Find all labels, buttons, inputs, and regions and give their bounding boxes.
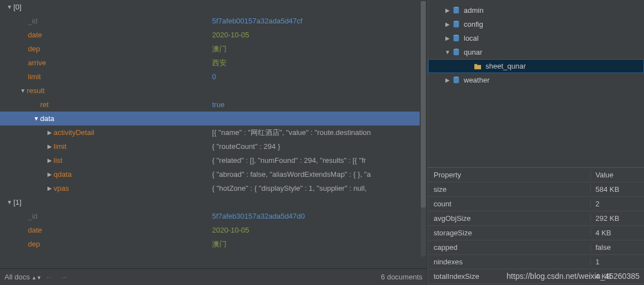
chevron-right-icon[interactable]: ▶	[46, 167, 54, 181]
property-value: false	[590, 243, 644, 252]
tree-key: qdata	[54, 167, 72, 181]
folder-icon	[473, 62, 482, 71]
chevron-down-icon[interactable]: ▼	[32, 112, 40, 125]
property-value: 292 KB	[590, 214, 644, 223]
chevron-right-icon[interactable]: ▶	[46, 153, 54, 167]
right-panel: ▶admin▶config▶local▼qunarsheet_qunar▶wea…	[427, 0, 644, 285]
tree-key: arrive	[28, 56, 46, 70]
db-node[interactable]: ▶config	[428, 17, 644, 31]
tree-value: 2020-10-05	[212, 28, 427, 42]
property-row[interactable]: count2	[428, 197, 644, 211]
tree-key: list	[54, 153, 63, 167]
tree-key: _id	[28, 14, 37, 28]
db-node[interactable]: ▶weather	[428, 73, 644, 87]
tree-row[interactable]: dep澳门	[0, 237, 427, 251]
chevron-down-icon[interactable]: ▼	[19, 84, 27, 98]
document-tree[interactable]: ▼ [0] _id5f7afeb00157a32ada5d47cfdate202…	[0, 0, 427, 268]
property-row[interactable]: totalIndexSize4 KB	[428, 269, 644, 284]
tree-key: date	[28, 223, 42, 237]
property-name: nindexes	[428, 258, 590, 266]
property-row[interactable]: cappedfalse	[428, 240, 644, 255]
tree-value: { "abroad" : false, "aliasWordExtendsMap…	[212, 167, 427, 181]
property-row[interactable]: storageSize4 KB	[428, 226, 644, 240]
tree-row-root[interactable]: ▼ [1]	[0, 195, 427, 209]
tree-row[interactable]: limit0	[0, 70, 427, 84]
db-node[interactable]: ▶local	[428, 31, 644, 45]
tree-value: true	[212, 98, 427, 112]
tree-key: limit	[28, 70, 41, 84]
chevron-right-icon[interactable]: ▶	[46, 181, 54, 195]
db-node[interactable]: ▶admin	[428, 3, 644, 17]
tree-value: 2020-10-05	[212, 223, 427, 237]
tree-row[interactable]: _id5f7afeb30157a32ada5d47d0	[0, 209, 427, 223]
scrollbar-thumb[interactable]	[421, 1, 426, 207]
chevron-right-icon[interactable]: ▶	[444, 77, 451, 83]
nav-prev-icon[interactable]: ←	[41, 272, 56, 282]
tree-value: 0	[212, 70, 427, 84]
tree-label: weather	[464, 76, 489, 84]
tree-key: ret	[40, 98, 49, 112]
tree-row[interactable]: ▶limit{ "routeCount" : 294 }	[0, 139, 427, 153]
chevron-down-icon[interactable]: ▼	[6, 195, 13, 209]
tree-row[interactable]: arrive西安	[0, 56, 427, 70]
tree-key: data	[40, 112, 54, 125]
collection-node[interactable]: sheet_qunar	[428, 59, 644, 73]
sort-icon: ▲▼	[30, 275, 42, 281]
alldocs-dropdown[interactable]: All docs▲▼	[4, 273, 41, 281]
chevron-right-icon[interactable]: ▶	[46, 125, 54, 139]
svg-point-1	[453, 11, 459, 13]
tree-value: 西安	[212, 56, 427, 70]
property-name: count	[428, 200, 590, 208]
tree-row[interactable]: date2020-10-05	[0, 223, 427, 237]
db-node[interactable]: ▼qunar	[428, 45, 644, 59]
tree-row-result[interactable]: ▼ result	[0, 84, 427, 98]
tree-key: _id	[28, 209, 37, 223]
database-tree[interactable]: ▶admin▶config▶local▼qunarsheet_qunar▶wea…	[428, 0, 644, 167]
tree-value: { "hotZone" : { "displayStyle" : 1, "sup…	[212, 181, 427, 195]
tree-key: dep	[28, 42, 40, 56]
tree-key: limit	[54, 139, 66, 153]
document-count: 6 documents	[381, 273, 422, 281]
tree-row-data[interactable]: ▼ data	[0, 112, 427, 125]
tree-value: 5f7afeb00157a32ada5d47cf	[212, 14, 427, 28]
tree-key: activityDetail	[54, 125, 94, 139]
scrollbar-vertical[interactable]	[420, 0, 427, 258]
tree-row[interactable]: dep澳门	[0, 42, 427, 56]
database-icon	[451, 76, 460, 85]
chevron-down-icon[interactable]: ▼	[444, 49, 451, 55]
svg-point-5	[453, 39, 459, 41]
svg-point-3	[453, 25, 459, 27]
chevron-right-icon[interactable]: ▶	[444, 35, 451, 41]
database-icon	[451, 34, 460, 43]
properties-panel: Property Value size584 KBcount2avgObjSiz…	[428, 167, 644, 285]
tree-key: [1]	[13, 195, 21, 209]
tree-row-root[interactable]: ▼ [0]	[0, 0, 427, 14]
tree-row[interactable]: ▶vpas{ "hotZone" : { "displayStyle" : 1,…	[0, 181, 427, 195]
status-bar: All docs▲▼ ← → 6 documents	[0, 268, 427, 285]
chevron-right-icon[interactable]: ▶	[46, 139, 54, 153]
tree-label: admin	[464, 6, 483, 15]
tree-value: { "related" : [], "numFound" : 294, "res…	[212, 153, 427, 167]
column-property[interactable]: Property	[428, 171, 590, 179]
database-icon	[451, 6, 460, 15]
database-icon	[451, 48, 460, 57]
property-row[interactable]: avgObjSize292 KB	[428, 211, 644, 226]
tree-row-ret[interactable]: ret true	[0, 98, 427, 112]
tree-row[interactable]: ▶qdata{ "abroad" : false, "aliasWordExte…	[0, 167, 427, 181]
tree-row[interactable]: date2020-10-05	[0, 28, 427, 42]
chevron-down-icon[interactable]: ▼	[6, 0, 13, 14]
property-row[interactable]: size584 KB	[428, 182, 644, 197]
tree-row[interactable]: ▶list{ "related" : [], "numFound" : 294,…	[0, 153, 427, 167]
tree-row[interactable]: ▶activityDetail[{ "name" : "网红酒店", "valu…	[0, 125, 427, 139]
tree-label: qunar	[464, 48, 482, 56]
tree-row[interactable]: _id5f7afeb00157a32ada5d47cf	[0, 14, 427, 28]
property-name: size	[428, 185, 590, 194]
column-value[interactable]: Value	[590, 171, 644, 179]
chevron-right-icon[interactable]: ▶	[444, 21, 451, 27]
chevron-right-icon[interactable]: ▶	[444, 7, 451, 13]
property-row[interactable]: nindexes1	[428, 255, 644, 269]
tree-key: [0]	[13, 0, 21, 14]
nav-next-icon[interactable]: →	[56, 272, 71, 282]
tree-key: date	[28, 28, 42, 42]
tree-label: sheet_qunar	[486, 62, 526, 70]
